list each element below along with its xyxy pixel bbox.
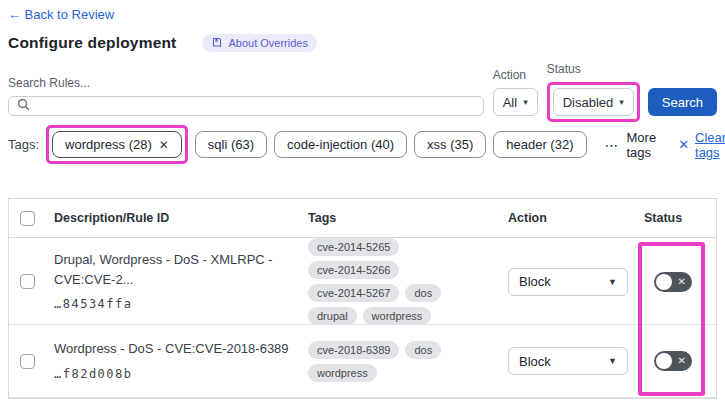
more-tags-label: More tags <box>627 130 657 160</box>
selected-tag-highlight: wordpress (28) ✕ <box>46 125 188 164</box>
table-row: Drupal, Wordpress - DoS - XMLRPC - CVE:C… <box>9 238 716 325</box>
rule-tags-cell: cve-2018-6389 dos wordpress <box>308 341 508 382</box>
action-filter-label: Action <box>493 68 538 82</box>
title-row: Configure deployment About Overrides <box>8 34 717 52</box>
rules-table: Description/Rule ID Tags Action Status D… <box>8 198 717 399</box>
status-filter-highlight: Disabled ▾ <box>547 82 640 122</box>
status-filter-dropdown[interactable]: Disabled ▾ <box>553 88 634 116</box>
rule-tag: drupal <box>308 307 357 325</box>
tag-chip-label: wordpress (28) <box>65 137 152 152</box>
page-title: Configure deployment <box>8 34 176 52</box>
chevron-down-icon: ▼ <box>608 277 617 287</box>
table-header-row: Description/Rule ID Tags Action Status <box>9 199 716 238</box>
filter-bar: Search Rules... Action All ▾ Status Disa… <box>8 62 717 116</box>
column-header-description: Description/Rule ID <box>46 211 308 225</box>
tags-filter-row: Tags: wordpress (28) ✕ sqli (63) code-in… <box>8 125 717 164</box>
action-select[interactable]: Block ▼ <box>508 268 628 296</box>
action-select-value: Block <box>519 274 551 289</box>
search-box[interactable] <box>8 96 484 116</box>
action-filter-value: All <box>503 95 517 110</box>
status-toggle[interactable]: ✕ <box>654 272 692 292</box>
rule-tags-cell: cve-2014-5265 cve-2014-5266 cve-2014-526… <box>308 238 508 325</box>
rule-tag: wordpress <box>363 307 432 325</box>
chevron-down-icon: ▼ <box>608 356 617 366</box>
tag-chip-wordpress[interactable]: wordpress (28) ✕ <box>52 131 182 158</box>
search-button[interactable]: Search <box>648 88 717 116</box>
tag-chip-header[interactable]: header (32) <box>493 131 586 158</box>
rule-description: Wordpress - DoS - CVE:CVE-2018-6389 <box>54 339 294 359</box>
rule-description-cell: Wordpress - DoS - CVE:CVE-2018-6389 …f82… <box>46 339 308 383</box>
column-header-status: Status <box>644 211 716 225</box>
search-rules-label: Search Rules... <box>8 76 484 90</box>
column-header-tags: Tags <box>308 211 508 225</box>
more-tags-button[interactable]: ⋯ More tags <box>605 130 657 160</box>
chevron-down-icon: ▾ <box>619 97 624 107</box>
search-rules-input[interactable] <box>36 98 475 115</box>
book-icon <box>211 37 223 49</box>
rule-tag: cve-2018-6389 <box>308 341 399 359</box>
clear-tags-button[interactable]: ✕ Clear tags <box>678 130 725 160</box>
rule-id: …84534ffa <box>54 295 294 313</box>
tag-chip-code-injection[interactable]: code-injection (40) <box>274 131 407 158</box>
ellipsis-icon: ⋯ <box>605 137 620 153</box>
rule-tag: cve-2014-5266 <box>308 261 399 279</box>
about-overrides-badge[interactable]: About Overrides <box>202 34 316 52</box>
rule-tag: dos <box>405 341 441 359</box>
action-filter-dropdown[interactable]: All ▾ <box>493 88 538 116</box>
configure-deployment-page: ← Back to Review Configure deployment Ab… <box>0 0 725 406</box>
action-select-value: Block <box>519 354 551 369</box>
back-to-review-link[interactable]: ← Back to Review <box>8 7 114 22</box>
rule-tag: wordpress <box>308 364 377 382</box>
about-overrides-label: About Overrides <box>228 37 307 49</box>
table-row: Wordpress - DoS - CVE:CVE-2018-6389 …f82… <box>9 325 716 398</box>
row-checkbox[interactable] <box>20 354 35 369</box>
rule-id: …f82d008b <box>54 365 294 383</box>
action-select[interactable]: Block ▼ <box>508 347 628 375</box>
tag-chips: sqli (63) code-injection (40) xss (35) h… <box>195 131 587 158</box>
remove-tag-icon[interactable]: ✕ <box>159 138 169 152</box>
search-icon <box>17 97 30 115</box>
tags-label: Tags: <box>8 137 39 152</box>
rule-tag: cve-2014-5267 <box>308 284 399 302</box>
toggle-x-icon: ✕ <box>678 277 686 287</box>
tag-chip-sqli[interactable]: sqli (63) <box>195 131 267 158</box>
toggle-x-icon: ✕ <box>678 356 686 366</box>
rule-description-cell: Drupal, Wordpress - DoS - XMLRPC - CVE:C… <box>46 250 308 313</box>
status-toggle[interactable]: ✕ <box>654 351 692 371</box>
rule-tag: cve-2014-5265 <box>308 238 399 256</box>
chevron-down-icon: ▾ <box>523 97 528 107</box>
rule-description: Drupal, Wordpress - DoS - XMLRPC - CVE:C… <box>54 250 294 289</box>
rule-tag: dos <box>405 284 441 302</box>
clear-tags-label: Clear tags <box>695 130 725 160</box>
clear-x-icon: ✕ <box>678 137 689 152</box>
column-header-action: Action <box>508 211 644 225</box>
tag-chip-xss[interactable]: xss (35) <box>414 131 486 158</box>
select-all-checkbox[interactable] <box>20 211 35 226</box>
row-checkbox[interactable] <box>20 274 35 289</box>
toggle-knob <box>656 353 672 369</box>
status-filter-label: Status <box>547 62 640 76</box>
toggle-knob <box>656 274 672 290</box>
status-filter-value: Disabled <box>563 95 614 110</box>
